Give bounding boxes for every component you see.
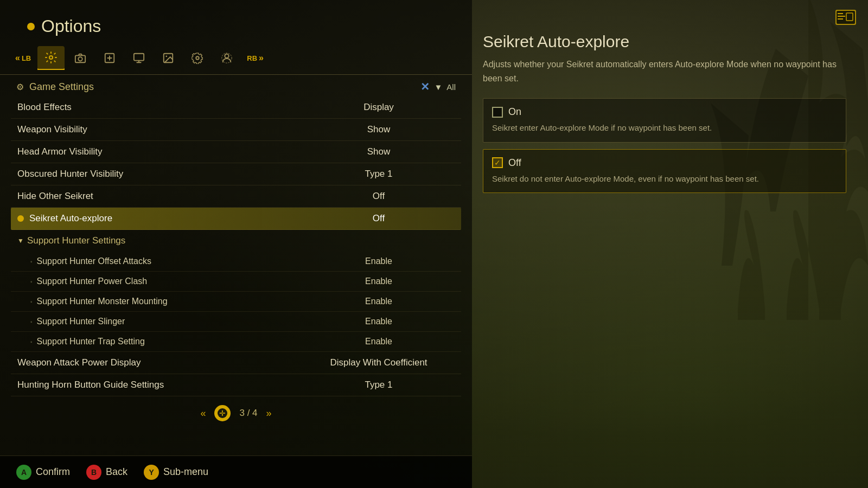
option-on-description: Seikret enter Auto-explore Mode if no wa… bbox=[492, 122, 837, 134]
option-on-header: On bbox=[492, 106, 837, 118]
sub-setting-value: Enable bbox=[303, 337, 455, 346]
detail-title: Seikret Auto-explore bbox=[483, 33, 846, 51]
btn-confirm-label: Confirm bbox=[36, 466, 70, 478]
btn-confirm[interactable]: A Confirm bbox=[16, 465, 70, 480]
right-panel: Seikret Auto-explore Adjusts whether you… bbox=[472, 0, 868, 488]
tab-bar: « LB bbox=[0, 42, 472, 75]
page-header: Options bbox=[0, 0, 472, 42]
filter-icon: ▼ bbox=[434, 82, 442, 92]
setting-value: Show bbox=[303, 124, 455, 135]
tab-person[interactable] bbox=[213, 46, 240, 70]
dpad-icon-container: ✛ bbox=[214, 405, 231, 421]
tab-nav-right[interactable]: RB » bbox=[242, 51, 268, 65]
option-off-label: Off bbox=[508, 157, 521, 169]
sub-bullet-icon: ◦ bbox=[30, 259, 33, 265]
setting-hunting-horn[interactable]: Hunting Horn Button Guide Settings Type … bbox=[11, 374, 461, 396]
gear-icon bbox=[44, 51, 58, 64]
y-button-icon: Y bbox=[144, 465, 159, 480]
sub-bullet-icon: ◦ bbox=[30, 279, 33, 285]
svg-point-8 bbox=[225, 54, 229, 58]
svg-rect-14 bbox=[838, 18, 843, 20]
pagination-bar: « ✛ 3 / 4 » bbox=[0, 396, 472, 430]
category-title: Game Settings bbox=[29, 81, 94, 93]
sub-setting-name: Support Hunter Power Clash bbox=[37, 277, 303, 286]
a-button-icon: A bbox=[16, 465, 31, 480]
setting-value: Off bbox=[303, 213, 455, 224]
setting-value: Show bbox=[303, 146, 455, 157]
setting-name: Weapon Visibility bbox=[17, 124, 303, 135]
btn-back[interactable]: B Back bbox=[86, 465, 127, 480]
setting-head-armor[interactable]: Head Armor Visibility Show bbox=[11, 141, 461, 163]
tab-settings2[interactable] bbox=[184, 46, 211, 70]
sub-setting-power-clash[interactable]: ◦ Support Hunter Power Clash Enable bbox=[11, 272, 461, 292]
image-icon bbox=[162, 52, 174, 64]
option-card-on[interactable]: On Seikret enter Auto-explore Mode if no… bbox=[483, 98, 846, 143]
setting-blood-effects[interactable]: Blood Effects Display bbox=[11, 97, 461, 119]
page-prev-icon: « bbox=[200, 408, 206, 419]
setting-name: Blood Effects bbox=[17, 102, 303, 113]
btn-submenu[interactable]: Y Sub-menu bbox=[144, 465, 208, 480]
category-header: ⚙ Game Settings ✕ ▼ All bbox=[0, 75, 472, 97]
setting-obscured-hunter[interactable]: Obscured Hunter Visibility Type 1 bbox=[11, 163, 461, 185]
svg-point-6 bbox=[166, 55, 168, 57]
tab-camera[interactable] bbox=[67, 46, 94, 70]
title-dot bbox=[27, 23, 35, 30]
setting-weapon-visibility[interactable]: Weapon Visibility Show bbox=[11, 119, 461, 141]
sub-setting-slinger[interactable]: ◦ Support Hunter Slinger Enable bbox=[11, 312, 461, 332]
person-icon bbox=[221, 52, 233, 64]
sub-setting-monster-mounting[interactable]: ◦ Support Hunter Monster Mounting Enable bbox=[11, 292, 461, 312]
capture-icon bbox=[104, 52, 116, 64]
subgroup-support-hunter[interactable]: ▼ Support Hunter Settings bbox=[11, 230, 461, 252]
svg-rect-4 bbox=[134, 54, 144, 61]
page-indicator: 3 / 4 bbox=[239, 408, 257, 419]
page-dpad: ✛ bbox=[214, 405, 231, 421]
page-next-icon: » bbox=[266, 408, 272, 419]
setting-hide-seikret[interactable]: Hide Other Seikret Off bbox=[11, 185, 461, 208]
setting-value: Off bbox=[303, 191, 455, 202]
setting-name: Hide Other Seikret bbox=[17, 191, 303, 202]
settings2-icon bbox=[192, 52, 203, 64]
setting-name: Hunting Horn Button Guide Settings bbox=[17, 380, 303, 390]
setting-value: Display With Coefficient bbox=[303, 357, 455, 368]
sub-setting-name: Support Hunter Trap Setting bbox=[37, 337, 303, 346]
sub-setting-name: Support Hunter Slinger bbox=[37, 317, 303, 326]
tab-image[interactable] bbox=[155, 46, 182, 70]
sub-setting-name: Support Hunter Offset Attacks bbox=[37, 256, 303, 266]
tab-game-settings[interactable] bbox=[37, 46, 65, 70]
setting-name: Head Armor Visibility bbox=[17, 146, 303, 157]
setting-name: Seikret Auto-explore bbox=[29, 213, 303, 224]
filter-area: ✕ ▼ All bbox=[420, 80, 456, 93]
btn-submenu-label: Sub-menu bbox=[163, 466, 208, 478]
detail-section: Seikret Auto-explore Adjusts whether you… bbox=[483, 33, 846, 200]
svg-point-0 bbox=[49, 56, 53, 59]
subgroup-arrow-icon: ▼ bbox=[17, 237, 24, 245]
page-title: Options bbox=[41, 16, 101, 36]
detail-description: Adjusts whether your Seikret automatical… bbox=[483, 57, 846, 85]
setting-name: Weapon Attack Power Display bbox=[17, 357, 303, 368]
option-off-header: ✓ Off bbox=[492, 157, 837, 169]
svg-point-2 bbox=[79, 57, 82, 61]
setting-seikret-autoexplore[interactable]: Seikret Auto-explore Off bbox=[11, 208, 461, 230]
sub-setting-value: Enable bbox=[303, 256, 455, 266]
setting-value: Display bbox=[303, 102, 455, 113]
filter-label: All bbox=[446, 82, 456, 92]
sub-bullet-icon: ◦ bbox=[30, 299, 33, 305]
active-indicator-dot bbox=[17, 215, 24, 222]
tab-rb-label: RB bbox=[247, 54, 257, 62]
svg-point-7 bbox=[196, 56, 200, 60]
tab-nav-left[interactable]: « LB bbox=[11, 51, 35, 65]
setting-weapon-attack-power[interactable]: Weapon Attack Power Display Display With… bbox=[11, 352, 461, 374]
bottom-bar: A Confirm B Back Y Sub-menu bbox=[0, 455, 472, 488]
setting-value: Type 1 bbox=[303, 169, 455, 179]
sub-setting-value: Enable bbox=[303, 277, 455, 286]
sub-setting-trap-setting[interactable]: ◦ Support Hunter Trap Setting Enable bbox=[11, 332, 461, 352]
option-card-off[interactable]: ✓ Off Seikret do not enter Auto-explore … bbox=[483, 149, 846, 194]
tab-display[interactable] bbox=[125, 46, 152, 70]
left-panel: Options « LB bbox=[0, 0, 472, 488]
option-on-label: On bbox=[508, 106, 521, 118]
sub-setting-name: Support Hunter Monster Mounting bbox=[37, 297, 303, 306]
nav-right-arrows: » bbox=[259, 53, 264, 63]
sub-setting-value: Enable bbox=[303, 297, 455, 306]
sub-setting-offset-attacks[interactable]: ◦ Support Hunter Offset Attacks Enable bbox=[11, 252, 461, 272]
tab-capture[interactable] bbox=[96, 46, 123, 70]
